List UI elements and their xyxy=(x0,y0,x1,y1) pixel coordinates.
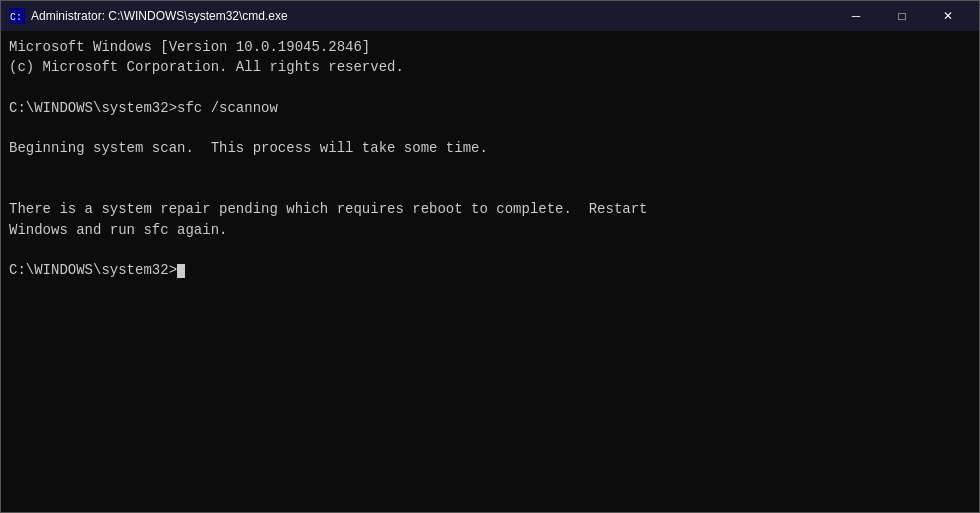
prompt-text: C:\WINDOWS\system32> xyxy=(9,262,177,278)
console-line-12: C:\WINDOWS\system32> xyxy=(9,260,971,280)
console-line-10: Windows and run sfc again. xyxy=(9,220,971,240)
console-line-8 xyxy=(9,179,971,199)
title-bar: C: Administrator: C:\WINDOWS\system32\cm… xyxy=(1,1,979,31)
console-line-6: Beginning system scan. This process will… xyxy=(9,138,971,158)
cmd-window: C: Administrator: C:\WINDOWS\system32\cm… xyxy=(0,0,980,513)
cursor xyxy=(177,264,185,278)
console-output[interactable]: Microsoft Windows [Version 10.0.19045.28… xyxy=(1,31,979,512)
console-line-3 xyxy=(9,78,971,98)
console-line-11 xyxy=(9,240,971,260)
console-line-4: C:\WINDOWS\system32>sfc /scannow xyxy=(9,98,971,118)
minimize-button[interactable]: ─ xyxy=(833,1,879,31)
console-line-7 xyxy=(9,159,971,179)
cmd-icon: C: xyxy=(9,8,25,24)
console-line-2: (c) Microsoft Corporation. All rights re… xyxy=(9,57,971,77)
maximize-button[interactable]: □ xyxy=(879,1,925,31)
console-line-1: Microsoft Windows [Version 10.0.19045.28… xyxy=(9,37,971,57)
window-controls: ─ □ ✕ xyxy=(833,1,971,31)
window-title: Administrator: C:\WINDOWS\system32\cmd.e… xyxy=(31,9,833,23)
console-line-9: There is a system repair pending which r… xyxy=(9,199,971,219)
svg-text:C:: C: xyxy=(10,12,22,23)
close-button[interactable]: ✕ xyxy=(925,1,971,31)
console-line-5 xyxy=(9,118,971,138)
